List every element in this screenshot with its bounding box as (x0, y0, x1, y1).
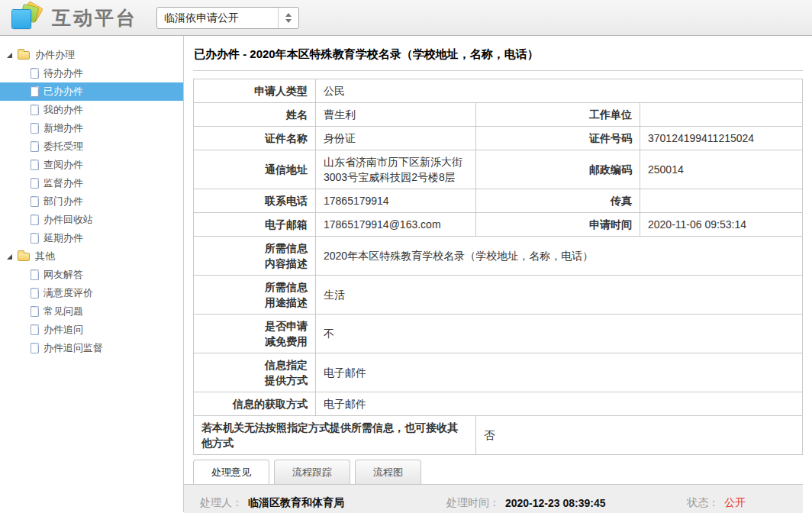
sidebar-item-label: 待办办件 (44, 66, 83, 80)
tree-expander-icon[interactable] (7, 254, 12, 260)
top-header: 互动平台 临淄依申请公开 (0, 0, 812, 36)
field-label: 若本机关无法按照指定方式提供所需信息，也可接收其他方式 (194, 416, 476, 455)
tab-flow-chart[interactable]: 流程图 (355, 460, 421, 484)
sidebar-item-label: 办件追问监督 (44, 341, 103, 355)
document-icon (31, 343, 39, 353)
sidebar-item-label: 新增办件 (44, 121, 83, 135)
app-logo-icon (10, 5, 42, 31)
sidebar-item-huishouzhan[interactable]: 办件回收站 (0, 211, 183, 229)
document-icon (31, 269, 39, 280)
document-icon (31, 196, 39, 207)
module-select[interactable]: 临淄依申请公开 (156, 7, 299, 29)
field-label: 所需信息 内容描述 (194, 237, 316, 276)
sidebar-item-label: 办件回收站 (44, 213, 93, 227)
table-row: 若本机关无法按照指定方式提供所需信息，也可接收其他方式 否 (194, 416, 803, 455)
sidebar-item-xinzeng[interactable]: 新增办件 (0, 119, 183, 137)
dropdown-spinner-icon[interactable] (278, 8, 298, 28)
document-icon (31, 86, 39, 97)
sidebar-item-weituo[interactable]: 委托受理 (0, 137, 183, 156)
handler-group: 处理人： 临淄区教育和体育局 (200, 496, 446, 510)
sidebar-group-banjian-banli[interactable]: 办件办理 (0, 46, 183, 64)
sidebar-item-label: 延期办件 (44, 231, 83, 245)
sidebar-item-chayue[interactable]: 查阅办件 (0, 156, 183, 174)
app-title: 互动平台 (52, 5, 137, 31)
page-title: 已办办件 - 2020年本区特殊教育学校名录（学校地址，名称，电话） (193, 40, 803, 71)
sidebar-item-bumen[interactable]: 部门办件 (0, 192, 183, 211)
field-label: 信息的获取方式 (194, 392, 316, 416)
status-group: 状态： 公开 (687, 496, 787, 510)
table-row: 所需信息 内容描述 2020年本区特殊教育学校名录（学校地址，名称，电话） (194, 237, 803, 276)
document-icon (31, 123, 39, 134)
status-badge: 公开 (724, 496, 746, 510)
sidebar-item-label: 查阅办件 (44, 158, 83, 172)
opinion-panel: 处理人： 临淄区教育和体育局 处理时间： 2020-12-23 08:39:45… (184, 484, 803, 513)
table-row: 证件名称 身份证 证件号码 370124199411215024 (194, 127, 803, 150)
folder-icon (18, 253, 30, 261)
field-value: 电子邮件 (316, 392, 803, 416)
tab-process-tracking[interactable]: 流程跟踪 (274, 460, 350, 484)
field-label: 工作单位 (476, 103, 640, 127)
document-icon (31, 306, 39, 317)
field-label: 电子邮箱 (194, 213, 316, 237)
sidebar-item-zhuiwen-jiandu[interactable]: 办件追问监督 (0, 339, 183, 357)
sidebar-item-wode[interactable]: 我的办件 (0, 101, 183, 119)
field-value: 公民 (316, 79, 803, 103)
logo-blue-square (12, 10, 31, 28)
field-value: 否 (476, 416, 803, 455)
field-value (640, 103, 803, 127)
opinion-meta-row: 处理人： 临淄区教育和体育局 处理时间： 2020-12-23 08:39:45… (200, 496, 787, 510)
main-content: 已办办件 - 2020年本区特殊教育学校名录（学校地址，名称，电话） 申请人类型… (184, 36, 812, 512)
tab-bar: 处理意见 流程跟踪 流程图 (193, 460, 803, 484)
sidebar-item-yiban[interactable]: 已办办件 (0, 82, 183, 101)
field-label: 通信地址 (194, 150, 316, 189)
field-value: 山东省济南市历下区新泺大街3003号宝威科技园2号楼8层 (316, 150, 476, 189)
sidebar-item-changjian-wenti[interactable]: 常见问题 (0, 302, 183, 321)
document-icon (31, 288, 39, 298)
sidebar-group-label: 其他 (35, 250, 55, 263)
handle-time-label: 处理时间： (446, 496, 500, 510)
sidebar-group-qita[interactable]: 其他 (0, 247, 183, 266)
handle-time-value: 2020-12-23 08:39:45 (505, 497, 606, 509)
table-row: 是否申请 减免费用 不 (194, 315, 803, 353)
field-value: 电子邮件 (316, 353, 803, 392)
sidebar-item-zhuiwen[interactable]: 办件追问 (0, 321, 183, 339)
handle-time-group: 处理时间： 2020-12-23 08:39:45 (446, 496, 687, 510)
document-icon (31, 68, 39, 79)
status-label: 状态： (687, 496, 719, 510)
document-icon (31, 105, 39, 115)
sidebar-item-wangyou-jieda[interactable]: 网友解答 (0, 266, 183, 284)
field-value: 2020-11-06 09:53:14 (640, 213, 803, 237)
sidebar-item-daiban[interactable]: 待办办件 (0, 64, 183, 82)
sidebar-item-label: 办件追问 (44, 323, 83, 337)
table-row: 所需信息 用途描述 生活 (194, 276, 803, 315)
field-value: 17865179914 (316, 189, 476, 213)
table-row: 联系电话 17865179914 传真 (194, 189, 803, 213)
sidebar-item-label: 网友解答 (44, 268, 83, 282)
table-row: 姓名 曹生利 工作单位 (194, 103, 803, 127)
sidebar-item-label: 满意度评价 (44, 286, 93, 300)
tree-expander-icon[interactable] (7, 53, 12, 58)
document-icon (31, 233, 39, 244)
document-icon (31, 178, 39, 189)
document-icon (31, 215, 39, 225)
document-icon (31, 160, 39, 170)
field-value: 生活 (316, 276, 803, 315)
sidebar-item-label: 部门办件 (44, 195, 83, 208)
field-label: 信息指定 提供方式 (194, 353, 316, 392)
sidebar-item-label: 监督办件 (44, 176, 83, 190)
table-row: 通信地址 山东省济南市历下区新泺大街3003号宝威科技园2号楼8层 邮政编码 2… (194, 150, 803, 189)
folder-icon (18, 51, 30, 60)
document-icon (31, 141, 39, 152)
sidebar-tree: 办件办理 待办办件 已办办件 我的办件 新增办件 委托受理 查阅办件 监督办件 (0, 36, 184, 512)
spinner-down-icon (285, 19, 292, 23)
table-row: 信息指定 提供方式 电子邮件 (194, 353, 803, 392)
tab-handling-opinion[interactable]: 处理意见 (193, 460, 269, 484)
sidebar-item-manyidu[interactable]: 满意度评价 (0, 284, 183, 302)
sidebar-item-yanqi[interactable]: 延期办件 (0, 229, 183, 247)
sidebar-group-label: 办件办理 (35, 48, 75, 62)
sidebar-item-jiandu[interactable]: 监督办件 (0, 174, 183, 192)
field-label: 姓名 (194, 103, 316, 127)
field-value: 370124199411215024 (640, 127, 803, 150)
field-value: 曹生利 (316, 103, 476, 127)
field-label: 传真 (476, 189, 640, 213)
